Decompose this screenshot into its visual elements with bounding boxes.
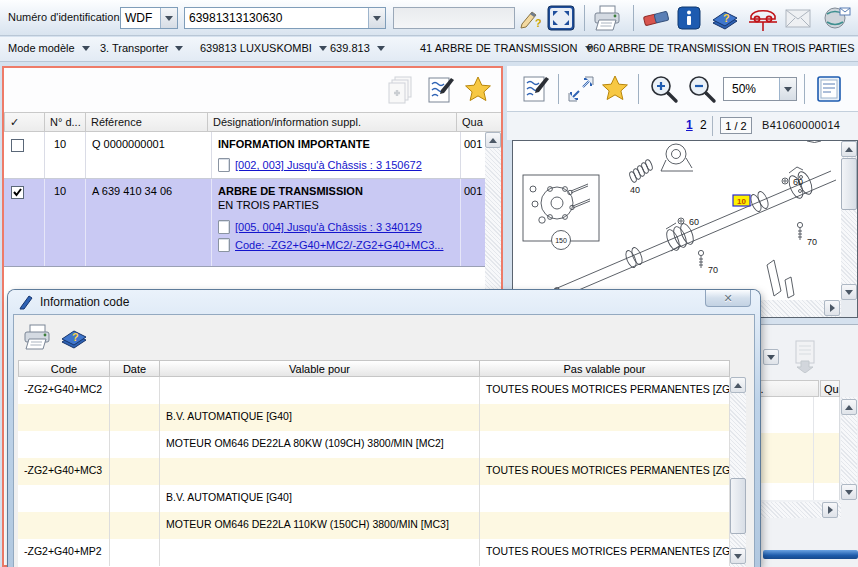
image-vscroll-thumb[interactable] [841,158,857,210]
detail-scroll-right-button[interactable] [822,502,838,518]
image-notes-button[interactable] [519,72,551,106]
code-cell: -ZG2+G40+MP2 [18,539,110,566]
code-table-row[interactable]: MOTEUR OM646 DE22LA 110KW (150CH) 3800/M… [18,512,730,539]
vehicle-button[interactable] [746,3,780,33]
detail-scroll-up-button[interactable] [841,399,857,415]
parts-scroll-up-button[interactable] [485,132,501,148]
breadcrumb-model[interactable]: 639813 LUXUSKOMBI [200,42,327,54]
fit-to-window-button[interactable] [565,74,597,104]
code-cell: -ZG2+G40+MC2 [18,377,110,404]
detail-row[interactable] [748,483,840,500]
zoom-in-button[interactable] [647,72,681,106]
wmi-select[interactable]: WDF [120,7,178,29]
svg-text:?: ? [72,331,79,343]
online-transfer-button[interactable] [820,4,854,34]
dialog-title: Information code [40,295,129,309]
breadcrumb-class[interactable]: 3. Transporter [100,42,183,54]
document-icon [814,75,844,103]
parts-table-row-selected[interactable]: 10 A 639 410 34 06 ARBRE DE TRANSMISSION… [4,179,485,267]
code-table-row[interactable]: B.V. AUTOMATIQUE [G40] [18,485,730,512]
code-table-row[interactable]: -ZG2+G40+MC3 TOUTES ROUES MOTRICES PERMA… [18,458,730,485]
page-2-link[interactable]: 2 [700,118,707,132]
print-button[interactable] [590,3,624,33]
column-header-check[interactable]: ✓ [4,112,45,132]
wmi-value: WDF [121,8,160,28]
resize-icon [567,75,595,103]
column-header-reference[interactable]: Référence [86,112,208,132]
breadcrumb-group[interactable]: 41 ARBRE DE TRANSMISSION [420,42,593,54]
toolbar-separator [558,74,559,104]
code-table-row[interactable]: MOTEUR OM646 DE22LA 80KW (109CH) 3800/MI… [18,431,730,458]
position-number: 10 [54,138,66,150]
favorite-button[interactable] [462,73,494,107]
column-header-designation[interactable]: Désignation/information suppl. [208,112,457,132]
wmi-dropdown-button[interactable] [160,8,177,28]
notes-button[interactable] [424,73,456,107]
toolbar-separator [804,74,805,104]
breadcrumb-type[interactable]: 639.813 [330,42,385,54]
part-designation: ARBRE DE TRANSMISSION [218,185,363,197]
zoom-level-select[interactable]: 50% [723,77,797,101]
footnote-link[interactable]: [005, 004] Jusqu'à Châssis : 3 340129 [235,221,422,233]
copy-parts-button[interactable] [385,73,417,107]
star-icon [462,74,494,106]
image-scroll-up-button[interactable] [841,141,857,157]
vin-input[interactable]: 63981313130630 [184,7,386,29]
parts-table-row[interactable]: 10 Q 0000000001 INFORMATION IMPORTANTE [… [4,132,485,179]
detail-row[interactable] [748,433,840,483]
callout-60-upper: 60 [793,177,803,187]
row-checkbox[interactable] [11,139,24,152]
code-link[interactable]: Code: -ZG2+G40+MC2/-ZG2+G40+MC3... [235,239,443,251]
footnote-link[interactable]: [002, 003] Jusqu'à Châssis : 3 150672 [235,159,422,171]
window-bottom-edge [763,550,858,559]
dialog-scroll-thumb[interactable] [730,478,746,534]
code-table-row[interactable]: -ZG2+G40+MC2 TOUTES ROUES MOTRICES PERMA… [18,377,730,404]
position-number: 10 [54,185,66,197]
zoom-out-button[interactable] [685,72,719,106]
callout-40: 40 [630,185,640,195]
dialog-close-button[interactable]: ✕ [705,290,751,307]
info-button[interactable] [676,5,702,31]
highlighted-position-marker[interactable]: 10 [733,195,750,206]
detail-column-qty[interactable]: Qu [820,380,840,397]
code-table-row[interactable]: B.V. AUTOMATIQUE [G40] [18,404,730,431]
column-header-quantity[interactable]: Qua [457,112,501,132]
detail-scroll-down-button[interactable] [841,484,857,500]
row-checkbox-checked[interactable] [11,186,24,199]
code-table-row[interactable]: -ZG2+G40+MP2 TOUTES ROUES MOTRICES PERMA… [18,539,730,566]
parts-toolbar [4,68,501,112]
column-header-pos[interactable]: N° d... [45,112,86,132]
dialog-scroll-down-button[interactable] [730,548,746,564]
clear-button[interactable] [641,6,671,30]
detail-copy-button[interactable] [788,338,822,374]
svg-text:?: ? [723,12,730,24]
detail-row[interactable] [748,397,840,433]
help-button[interactable]: ? [709,4,741,32]
breadcrumb-subgroup[interactable]: 060 ARBRE DE TRANSMISSION EN TROIS PARTI… [587,42,858,54]
image-scroll-right-button[interactable] [824,300,840,316]
chevron-down-icon [82,46,90,51]
image-favorite-button[interactable] [599,72,631,106]
date-column-header[interactable]: Date [110,360,160,377]
vin-dropdown-button[interactable] [368,8,385,28]
dialog-print-button[interactable] [20,322,54,352]
top-toolbar: Numéro d'identification WDF 639813131306… [0,0,858,36]
printer-icon [21,323,53,351]
fullscreen-button[interactable] [546,4,576,32]
breadcrumb-mode[interactable]: Mode modèle [8,42,90,54]
dialog-scroll-up-button[interactable] [730,377,746,393]
detail-dropdown-button[interactable] [763,349,779,365]
mail-button[interactable] [784,7,812,29]
page-1-link[interactable]: 1 [686,118,693,132]
dialog-scrollbar-track[interactable] [730,377,746,567]
image-scroll-down-button[interactable] [841,284,857,300]
zoom-level-value: 50% [724,78,779,100]
toolbar-separator [638,74,639,104]
vin-decode-button[interactable]: ? [518,6,542,30]
zoom-dropdown-button[interactable] [779,78,796,100]
document-view-button[interactable] [812,74,846,104]
valid-column-header[interactable]: Valable pour [160,360,480,377]
not-valid-column-header[interactable]: Pas valable pour [480,360,730,377]
code-column-header[interactable]: Code [18,360,110,377]
dialog-help-button[interactable]: ? [58,322,90,352]
